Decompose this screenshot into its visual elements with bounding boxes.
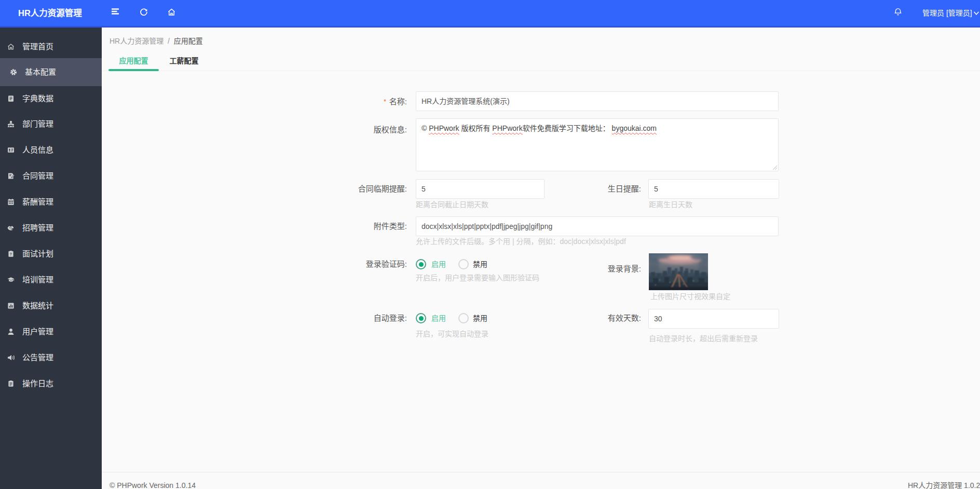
svg-text:?: ?: [10, 252, 12, 256]
